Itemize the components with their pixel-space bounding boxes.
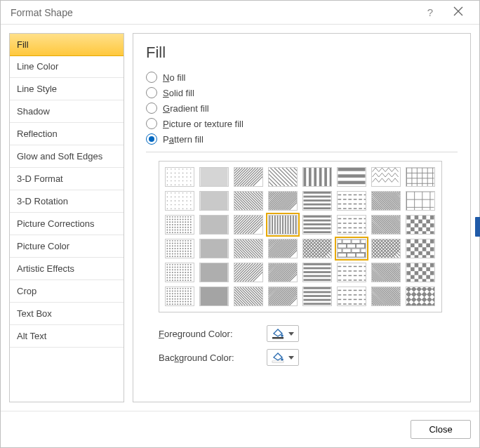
pattern-swatch-pct25[interactable] [199, 191, 229, 211]
pattern-swatch-diagCross[interactable] [268, 239, 298, 258]
radio-gradient-fill[interactable]: Gradient fill [146, 103, 458, 114]
sidebar-item-line-color[interactable]: Line Color [10, 55, 124, 78]
pattern-swatch-pct50[interactable] [165, 239, 194, 258]
pattern-swatch-shingle[interactable] [337, 263, 366, 282]
svg-point-910 [177, 301, 178, 302]
pattern-swatch-ltUpDiag[interactable] [268, 167, 298, 187]
svg-rect-206 [354, 208, 357, 209]
pattern-swatch-pct90[interactable] [199, 286, 229, 306]
pattern-swatch-divot[interactable] [406, 239, 435, 258]
sidebar-item-text-box[interactable]: Text Box [10, 303, 124, 325]
pattern-swatch-narHoriz[interactable] [302, 215, 332, 235]
svg-rect-354 [304, 231, 331, 233]
pattern-swatch-wave[interactable] [406, 191, 435, 211]
pattern-swatch-smCheck[interactable] [302, 286, 332, 306]
pattern-swatch-outlined[interactable] [371, 286, 401, 306]
pattern-swatch-ltHoriz[interactable] [337, 167, 366, 187]
radio-no-fill[interactable]: No fill [146, 72, 458, 83]
pattern-swatch-dkUpDiag[interactable] [406, 167, 435, 187]
pattern-swatch-pct30[interactable] [165, 215, 194, 235]
svg-point-454 [185, 245, 186, 246]
svg-point-906 [166, 301, 168, 302]
foreground-color-button[interactable] [267, 325, 299, 342]
pattern-swatch-ltVert[interactable] [302, 167, 332, 187]
sidebar-item-artistic-effects[interactable]: Artistic Effects [10, 258, 124, 280]
window-close-button[interactable] [444, 6, 472, 18]
svg-rect-982 [304, 299, 331, 301]
sidebar-item-alt-text[interactable]: Alt Text [10, 325, 124, 348]
pattern-swatch-lgConfetti[interactable] [371, 215, 401, 235]
svg-point-480 [175, 253, 176, 254]
pattern-swatch-weave[interactable] [371, 239, 401, 258]
sidebar-item-3-d-format[interactable]: 3-D Format [10, 168, 124, 190]
pattern-swatch-dnDiag[interactable] [234, 286, 263, 306]
svg-point-858 [172, 288, 173, 289]
pattern-swatch-lgCheck[interactable] [337, 286, 366, 306]
svg-rect-180 [304, 192, 331, 194]
sidebar-item-shadow[interactable]: Shadow [10, 100, 124, 123]
pattern-swatch-ltDnDiag[interactable] [234, 167, 263, 187]
svg-rect-191 [338, 199, 342, 199]
pattern-swatch-brick[interactable] [337, 239, 366, 258]
pattern-swatch-pct70[interactable] [165, 263, 194, 282]
pattern-swatch-trellis[interactable] [371, 263, 401, 282]
pattern-swatch-pct10[interactable] [199, 167, 229, 187]
svg-rect-347 [290, 216, 291, 234]
sidebar-item-picture-corrections[interactable]: Picture Corrections [10, 213, 124, 235]
svg-point-664 [187, 264, 189, 265]
pattern-swatch-dkDnDiag2[interactable] [234, 263, 263, 282]
pattern-swatch-dashVert[interactable] [302, 191, 332, 211]
sidebar-item-3-d-rotation[interactable]: 3-D Rotation [10, 190, 124, 213]
pattern-swatch-pct60[interactable] [199, 239, 229, 258]
pattern-swatch-pct75[interactable] [199, 263, 229, 282]
pattern-swatch-zigZag[interactable] [371, 191, 401, 211]
pattern-swatch-pct40[interactable] [199, 215, 229, 235]
pattern-swatch-solidDiamond[interactable] [406, 286, 435, 306]
pattern-swatch-sphere[interactable] [406, 263, 435, 282]
pattern-swatch-upDiag[interactable] [268, 286, 298, 306]
sidebar-item-reflection[interactable]: Reflection [10, 123, 124, 145]
pattern-swatch-narVert[interactable] [268, 215, 298, 235]
svg-rect-374 [343, 232, 347, 232]
radio-indicator [146, 118, 157, 129]
radio-solid-fill[interactable]: Solid fill [146, 87, 458, 98]
radio-picture-or-texture-fill[interactable]: Picture or texture fill [146, 118, 458, 129]
pattern-swatch-dashUpDiag[interactable] [268, 191, 298, 211]
pattern-swatch-pct20[interactable] [165, 191, 194, 211]
svg-rect-1049 [432, 291, 434, 297]
pattern-swatch-dkDnDiag[interactable] [371, 167, 401, 187]
color-pickers: Foreground Color: Background Color: [159, 325, 458, 366]
pattern-swatch-wdUpDiag[interactable] [234, 239, 263, 258]
svg-rect-357 [348, 218, 352, 219]
pattern-swatch-dkVert[interactable] [268, 263, 298, 282]
sidebar-item-picture-color[interactable]: Picture Color [10, 235, 124, 258]
pattern-swatch-horizCross[interactable] [302, 239, 332, 258]
pattern-swatch-dkHoriz[interactable] [302, 263, 332, 282]
svg-point-888 [172, 296, 173, 297]
pattern-swatch-pct5[interactable] [165, 167, 194, 187]
close-button[interactable]: Close [411, 420, 471, 439]
svg-rect-839 [415, 263, 419, 268]
pattern-swatch-pct80[interactable] [165, 286, 194, 306]
svg-point-294 [187, 227, 189, 228]
sidebar-item-fill[interactable]: Fill [9, 33, 124, 56]
pattern-swatch-dashDnDiag[interactable] [234, 191, 263, 211]
pattern-swatch-dashGap[interactable] [337, 215, 366, 235]
svg-rect-654 [422, 255, 427, 258]
svg-rect-185 [338, 195, 342, 195]
sidebar-item-line-style[interactable]: Line Style [10, 78, 124, 100]
svg-point-661 [180, 264, 181, 265]
svg-point-907 [169, 301, 171, 302]
pattern-swatch-smGrid[interactable] [406, 215, 435, 235]
svg-point-315 [190, 232, 192, 233]
svg-point-253 [185, 216, 186, 218]
svg-point-111 [187, 200, 187, 201]
sidebar-item-glow-and-soft-edges[interactable]: Glow and Soft Edges [10, 145, 124, 168]
help-button[interactable]: ? [416, 6, 444, 18]
sidebar-item-crop[interactable]: Crop [10, 280, 124, 303]
pattern-swatch-dashHoriz[interactable] [337, 191, 366, 211]
background-color-button[interactable] [267, 349, 299, 366]
pattern-swatch-wdDnDiag[interactable] [234, 215, 263, 235]
radio-pattern-fill[interactable]: Pattern fill [146, 133, 458, 145]
svg-point-857 [169, 288, 171, 289]
